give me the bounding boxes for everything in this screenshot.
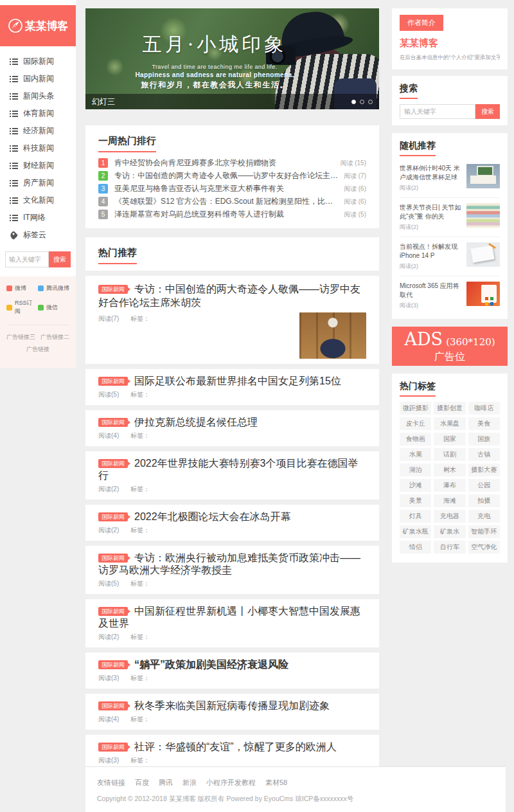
category-badge[interactable]: 国际新闻: [98, 554, 128, 563]
article-title: 国际新闻“躺平”政策加剧美国经济衰退风险: [98, 658, 366, 671]
nav-item[interactable]: 财经新闻: [0, 157, 76, 174]
tag-link[interactable]: 皮卡丘: [400, 417, 431, 430]
article-title-text: 伊拉克新总统提名候任总理: [134, 417, 258, 428]
tag-link[interactable]: 海滩: [434, 494, 465, 507]
nav-item[interactable]: 经济新闻: [0, 122, 76, 140]
tag-link[interactable]: 微距摄影: [400, 402, 431, 415]
category-badge[interactable]: 国际新闻: [98, 607, 128, 616]
search-button[interactable]: 搜索: [475, 104, 500, 119]
tag-link[interactable]: 摄影创意: [434, 402, 465, 415]
tag-link[interactable]: 树木: [434, 464, 465, 476]
tag-link[interactable]: 沙滩: [400, 479, 431, 492]
nav-item[interactable]: IT网络: [0, 209, 76, 226]
ad-banner[interactable]: ADS (360*120) 广告位: [392, 327, 508, 366]
nav-item[interactable]: 体育新闻: [0, 105, 76, 122]
tag-link[interactable]: 公园: [468, 479, 500, 492]
tag-link[interactable]: 矿泉水瓶: [400, 525, 431, 538]
social-link[interactable]: RSS订阅: [6, 299, 38, 316]
nav-item[interactable]: 新闻头条: [0, 87, 76, 105]
tag-grid: 微距摄影 摄影创意 咖啡店 皮卡丘 水果盘 美食 食物画 国家 国旗: [400, 402, 500, 554]
footer-link[interactable]: 百度: [135, 778, 149, 788]
random-item[interactable]: 当前视点！拆解发现 iPhone 14 P 阅读(2): [400, 237, 500, 276]
article-card[interactable]: 国际新闻秋冬季来临美国新冠病毒传播显现加剧迹象 阅读(4) 标签：: [85, 694, 379, 730]
tag-link[interactable]: 空气净化: [468, 541, 500, 554]
nav-item-tag-cloud[interactable]: 标签云: [0, 226, 76, 244]
rank-item[interactable]: 2 专访：中国创造的两大奇迹令人敬佩——访罗中友好合作论坛主席米胡茨 阅读 (7…: [98, 171, 366, 181]
featured-article-card[interactable]: 国际新闻专访：中国创造的两大奇迹令人敬佩——访罗中友好合作论坛主席米胡茨 阅读(…: [85, 276, 379, 364]
tag-link[interactable]: 智能手环: [468, 525, 500, 538]
category-badge[interactable]: 国际新闻: [98, 459, 128, 468]
author-intro-tag[interactable]: 作者简介: [400, 15, 443, 31]
tag-link[interactable]: 拍摄: [468, 494, 500, 507]
tag-link[interactable]: 美景: [400, 494, 431, 507]
social-link[interactable]: 微博: [6, 284, 38, 293]
rank-item[interactable]: 4 《英雄联盟》S12 官方公告：EDG.Scout 新冠检测呈阳性，比赛顺序可…: [98, 197, 366, 206]
footer-link[interactable]: 小程序开发教程: [206, 778, 256, 788]
category-badge[interactable]: 国际新闻: [98, 743, 128, 752]
footer-link[interactable]: 新浪: [182, 778, 197, 788]
category-badge[interactable]: 国际新闻: [98, 418, 128, 427]
carousel-dot[interactable]: [368, 100, 373, 104]
sidebar-search-button[interactable]: 搜索: [49, 251, 71, 267]
tag-link[interactable]: 水果盘: [434, 417, 465, 430]
carousel-dot[interactable]: [360, 100, 364, 104]
tag-link[interactable]: 灯具: [400, 510, 431, 523]
social-link[interactable]: 腾讯微博: [38, 284, 69, 293]
tag-link[interactable]: 湖泊: [400, 464, 431, 476]
rank-item[interactable]: 1 肯中经贸协会向肯尼亚姆赛多北京学校捐赠物资 阅读 (15): [98, 158, 366, 168]
category-badge[interactable]: 国际新闻: [98, 512, 128, 521]
rank-item[interactable]: 3 亚美尼亚与格鲁吉亚否认与克里米亚大桥事件有关 阅读 (6): [98, 184, 366, 194]
article-card[interactable]: 国际新闻伊拉克新总统提名候任总理 阅读(4) 标签：: [85, 410, 379, 446]
article-card[interactable]: 国际新闻专访：欧洲央行被动加息难抵美货币政策冲击——访罗马欧洲大学经济学教授圭 …: [85, 546, 379, 594]
tag-link[interactable]: 话剧: [434, 448, 465, 461]
search-input[interactable]: [400, 104, 475, 119]
footer-link[interactable]: 友情链接: [97, 778, 125, 788]
nav-item[interactable]: 文化新闻: [0, 192, 76, 209]
random-item[interactable]: Microsoft 365 应用将取代 阅读(3): [400, 276, 500, 311]
site-logo[interactable]: 某某博客: [0, 5, 76, 46]
category-badge[interactable]: 国际新闻: [98, 377, 128, 386]
tag-link[interactable]: 自行车: [434, 541, 465, 554]
tag-link[interactable]: 情侣: [400, 541, 431, 554]
tag-link[interactable]: 瀑布: [434, 479, 465, 492]
rank-item[interactable]: 5 泽连斯基宣布对乌前总统亚努科维奇等人进行制裁 阅读 (5): [98, 210, 366, 219]
social-link[interactable]: 微信: [38, 299, 69, 316]
category-badge[interactable]: 国际新闻: [98, 660, 128, 669]
sidebar-search-input[interactable]: [5, 251, 49, 267]
tag-link[interactable]: 水果: [400, 448, 431, 461]
tag-link[interactable]: 充电: [468, 510, 500, 523]
tag-link[interactable]: 国旗: [468, 433, 500, 446]
tag-link[interactable]: 咖啡店: [468, 402, 500, 415]
random-item[interactable]: 世界杯倒计时40天 米卢成海信世界杯足球 阅读(2): [400, 159, 500, 198]
tag-link[interactable]: 充电器: [434, 510, 465, 523]
article-card[interactable]: 国际新闻社评：华盛顿的“友谊”，惊醒了更多的欧洲人 阅读(3) 标签：: [85, 735, 379, 771]
tag-link[interactable]: 摄影大赛: [468, 464, 500, 476]
random-item[interactable]: 世界关节炎日| 关节如此“炎”重 你的关 阅读(2): [400, 198, 500, 237]
carousel-dot-active[interactable]: [351, 100, 356, 104]
ad-link[interactable]: 广告链接三: [6, 333, 35, 341]
category-badge[interactable]: 国际新闻: [98, 285, 128, 294]
nav-item[interactable]: 科技新闻: [0, 140, 76, 157]
article-card[interactable]: 国际新闻中国新征程世界新机遇丨小椰枣大智慧中国发展惠及世界 阅读(2) 标签：: [85, 599, 379, 647]
rank-item-reads: 阅读 (7): [344, 172, 366, 181]
article-card[interactable]: 国际新闻2022年北极圈论坛大会在冰岛开幕 阅读(2) 标签：: [85, 505, 379, 541]
article-card[interactable]: 国际新闻2022年世界技能大赛特别赛3个项目比赛在德国举行 阅读(2) 标签：: [85, 451, 379, 500]
footer-link[interactable]: 素材58: [265, 778, 287, 788]
nav-item[interactable]: 房产新闻: [0, 174, 76, 192]
nav-item[interactable]: 国际新闻: [0, 53, 76, 70]
footer-link[interactable]: 腾讯: [159, 778, 173, 788]
category-badge[interactable]: 国际新闻: [98, 701, 128, 710]
article-card[interactable]: 国际新闻“躺平”政策加剧美国经济衰退风险 阅读(3) 标签：: [85, 653, 379, 689]
tag-link[interactable]: 食物画: [400, 433, 431, 446]
ad-link[interactable]: 广告链接二: [40, 333, 69, 341]
tag-link[interactable]: 国家: [434, 433, 465, 446]
tag-link[interactable]: 美食: [468, 417, 500, 430]
ad-link[interactable]: 广告链接: [26, 345, 49, 354]
article-card[interactable]: 国际新闻国际足联公布最新世界排名中国女足列第15位 阅读(5) 标签：: [85, 369, 379, 405]
tag-link[interactable]: 古镇: [468, 448, 500, 461]
carousel-slide[interactable]: 五月·小城印象 Travel and time are teaching me …: [85, 8, 379, 109]
tag-link[interactable]: 矿泉水: [434, 525, 465, 538]
nav-item[interactable]: 国内新闻: [0, 70, 76, 87]
social-link-label: 腾讯微博: [46, 284, 69, 293]
author-description: 在后台基本信息中的“个人介绍”里添加文字内容: [400, 54, 500, 62]
